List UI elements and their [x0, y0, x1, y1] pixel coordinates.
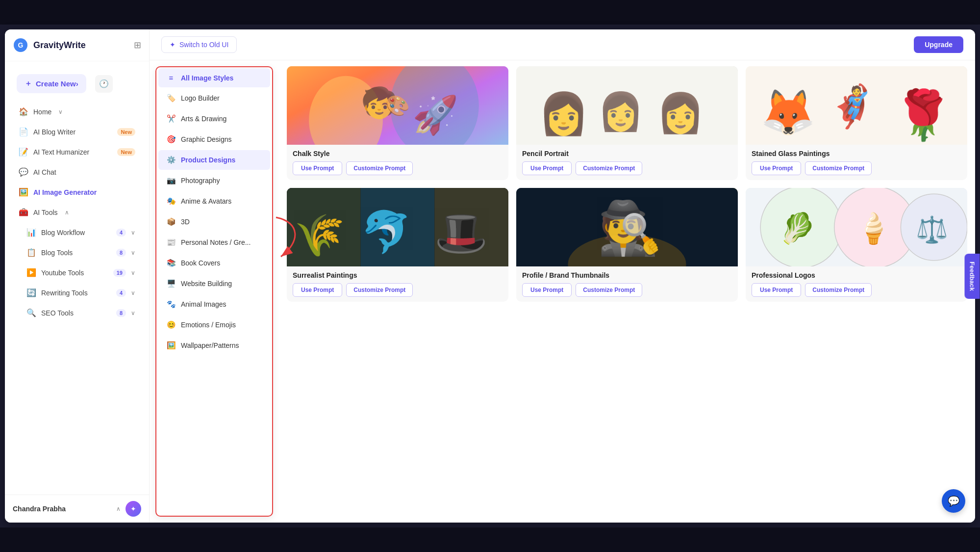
sidebar-item-ai-blog-writer[interactable]: 📄 AI Blog Writer New — [9, 122, 145, 141]
sidebar-item-blog-tools[interactable]: 📋 Blog Tools 8 ∨ — [9, 243, 145, 262]
dropdown-label-arts-drawing: Arts & Drawing — [181, 115, 226, 123]
rewriting-tools-icon: 🔄 — [26, 288, 36, 297]
svg-text:🚀: 🚀 — [412, 93, 458, 137]
dropdown-item-arts-drawing[interactable]: ✂️ Arts & Drawing — [158, 109, 270, 129]
sidebar-item-image-gen-label: AI Image Generator — [33, 188, 97, 196]
dropdown-label-anime-avatars: Anime & Avatars — [181, 197, 231, 205]
professional-logos-info: Professional Logos Use Prompt Customize … — [746, 266, 967, 302]
surrealist-image: 🌾 🐬 🎩 — [287, 188, 508, 266]
seo-tools-icon: 🔍 — [26, 308, 36, 317]
professional-logos-customize-button[interactable]: Customize Prompt — [805, 283, 872, 297]
stained-glass-use-button[interactable]: Use Prompt — [752, 161, 801, 175]
profile-brand-customize-button[interactable]: Customize Prompt — [576, 283, 642, 297]
blog-tools-badge: 8 — [116, 249, 126, 257]
wallpaper-patterns-icon: 🖼️ — [166, 341, 176, 350]
graphic-designs-icon: 🎯 — [166, 135, 176, 144]
chat-fab-icon: 💬 — [948, 495, 960, 507]
photography-icon: 📷 — [166, 176, 176, 185]
sidebar-item-humanizer-label: AI Text Humanizer — [33, 148, 89, 156]
user-chevron-icon: ∧ — [116, 505, 121, 512]
switch-to-old-ui-button[interactable]: ✦ Switch to Old UI — [161, 36, 237, 53]
svg-text:🎩: 🎩 — [434, 208, 488, 259]
dropdown-item-emotions-emojis[interactable]: 😊 Emotions / Emojis — [158, 315, 270, 335]
professional-logos-actions: Use Prompt Customize Prompt — [752, 283, 961, 297]
dropdown-label-wallpaper-patterns: Wallpaper/Patterns — [181, 342, 239, 349]
dropdown-item-product-designs[interactable]: ⚙️ Product Designs — [158, 150, 270, 170]
chevron-up-icon: ∧ — [65, 209, 69, 216]
sidebar-item-blog-writer-label: AI Blog Writer — [33, 128, 75, 136]
sidebar-item-ai-text-humanizer[interactable]: 📝 AI Text Humanizer New — [9, 142, 145, 161]
dropdown-item-logo-builder[interactable]: 🏷️ Logo Builder — [158, 88, 270, 108]
seo-tools-badge: 8 — [116, 309, 126, 317]
dropdown-label-logo-builder: Logo Builder — [181, 94, 220, 102]
dropdown-item-anime-avatars[interactable]: 🎭 Anime & Avatars — [158, 191, 270, 211]
dropdown-item-graphic-designs[interactable]: 🎯 Graphic Designs — [158, 130, 270, 149]
pencil-portrait-use-button[interactable]: Use Prompt — [522, 161, 572, 175]
dropdown-item-personal-notes[interactable]: 📰 Personal Notes / Gre... — [158, 233, 270, 252]
animal-images-icon: 🐾 — [166, 300, 176, 309]
dropdown-item-animal-images[interactable]: 🐾 Animal Images — [158, 294, 270, 314]
chevron-down-icon: ∨ — [58, 108, 63, 115]
chalk-style-actions: Use Prompt Customize Prompt — [293, 161, 503, 175]
surrealist-use-button[interactable]: Use Prompt — [293, 283, 342, 297]
svg-text:⚖️: ⚖️ — [916, 214, 948, 245]
sidebar-item-seo-tools[interactable]: 🔍 SEO Tools 8 ∨ — [9, 303, 145, 322]
dropdown-label-product-designs: Product Designs — [181, 156, 235, 164]
dropdown-label-website-building: Website Building — [181, 280, 232, 288]
feedback-label: Feedback — [969, 262, 976, 291]
professional-logos-use-button[interactable]: Use Prompt — [752, 283, 801, 297]
pencil-portrait-customize-button[interactable]: Customize Prompt — [576, 161, 642, 175]
sidebar-item-blog-workflow-label: Blog Workflow — [41, 229, 85, 237]
sidebar-item-blog-workflow[interactable]: 📊 Blog Workflow 4 ∨ — [9, 223, 145, 242]
chalk-style-customize-button[interactable]: Customize Prompt — [346, 161, 413, 175]
sidebar-item-blog-tools-label: Blog Tools — [41, 249, 73, 257]
dropdown-item-website-building[interactable]: 🖥️ Website Building — [158, 274, 270, 293]
3d-icon: 📦 — [166, 217, 176, 226]
sidebar-item-ai-chat[interactable]: 💬 AI Chat — [9, 162, 145, 182]
user-name: Chandra Prabha — [13, 505, 111, 513]
book-covers-icon: 📚 — [166, 259, 176, 267]
sidebar-item-ai-image-generator[interactable]: 🖼️ AI Image Generator — [9, 183, 145, 202]
professional-logos-title: Professional Logos — [752, 271, 961, 279]
sidebar-header: G GravityWrite ⊞ — [5, 29, 149, 61]
sidebar-item-rewriting-tools[interactable]: 🔄 Rewriting Tools 4 ∨ — [9, 283, 145, 302]
dropdown-item-wallpaper-patterns[interactable]: 🖼️ Wallpaper/Patterns — [158, 336, 270, 355]
chevron-right-icon: › — [76, 79, 78, 88]
svg-text:🌾: 🌾 — [294, 211, 345, 260]
pencil-portrait-title: Pencil Portrait — [522, 150, 732, 158]
user-profile-section[interactable]: Chandra Prabha ∧ ✦ — [5, 495, 149, 523]
upgrade-button[interactable]: Upgrade — [914, 36, 963, 53]
svg-text:🐬: 🐬 — [361, 208, 412, 256]
chevron-down-icon-youtube: ∨ — [131, 269, 135, 276]
stained-glass-customize-button[interactable]: Customize Prompt — [805, 161, 872, 175]
grid-card-professional-logos: 🥬 🍦 ⚖️ Professional Logos Use Prompt — [746, 188, 967, 302]
dropdown-item-book-covers[interactable]: 📚 Book Covers — [158, 253, 270, 273]
blog-tools-icon: 📋 — [26, 248, 36, 257]
grid-card-stained-glass: 🦊 🦸 🌹 Stained Glass Paintings Use Prompt… — [746, 66, 967, 180]
history-button[interactable]: 🕐 — [95, 75, 113, 93]
feedback-tab[interactable]: Feedback — [965, 254, 980, 299]
profile-brand-use-button[interactable]: Use Prompt — [522, 283, 572, 297]
blog-workflow-badge: 4 — [116, 229, 126, 237]
dropdown-item-photography[interactable]: 📷 Photography — [158, 171, 270, 190]
stained-glass-actions: Use Prompt Customize Prompt — [752, 161, 961, 175]
grid-row-1: 🧒 🚀 Chalk Style Use Prompt Customize Pro… — [287, 66, 967, 180]
switch-btn-label: Switch to Old UI — [179, 41, 228, 49]
chat-fab-button[interactable]: 💬 — [942, 489, 965, 513]
chalk-style-use-button[interactable]: Use Prompt — [293, 161, 342, 175]
surrealist-title: Surrealist Paintings — [293, 271, 503, 279]
dropdown-item-all-image-styles[interactable]: ≡ All Image Styles — [158, 68, 270, 87]
create-new-button[interactable]: ＋ Create New › — [17, 74, 86, 93]
chevron-down-icon-blog-tools: ∨ — [131, 249, 135, 256]
sidebar-toggle-icon[interactable]: ⊞ — [134, 40, 141, 51]
dropdown-item-3d[interactable]: 📦 3D — [158, 212, 270, 232]
surrealist-actions: Use Prompt Customize Prompt — [293, 283, 503, 297]
sidebar-item-youtube-tools[interactable]: ▶️ Youtube Tools 19 ∨ — [9, 263, 145, 282]
surrealist-customize-button[interactable]: Customize Prompt — [346, 283, 413, 297]
sidebar-item-home[interactable]: 🏠 Home ∨ — [9, 102, 145, 121]
create-new-row: ＋ Create New › 🕐 — [5, 66, 149, 101]
sidebar-item-ai-tools[interactable]: 🧰 AI Tools ∧ — [9, 203, 145, 222]
top-header: ✦ Switch to Old UI Upgrade — [150, 29, 975, 60]
svg-text:🦸: 🦸 — [827, 82, 878, 131]
grid-card-pencil-portrait: 👩 👩 👩 Pencil Portrait Use Prompt Customi… — [516, 66, 738, 180]
